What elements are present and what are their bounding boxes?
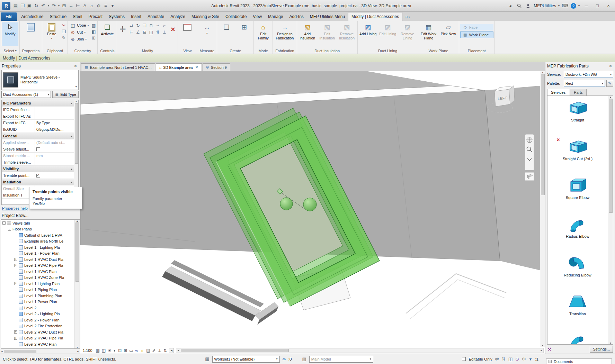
text-icon[interactable]: A (82, 2, 88, 9)
ribbon-tab[interactable]: File (1, 12, 17, 21)
pick-new-work-plane-button[interactable]: ▱ Pick New (439, 22, 458, 46)
browser-view-item[interactable]: + Level 1 HVAC Duct Pla (1, 256, 74, 263)
view-visibility-button[interactable] (179, 22, 196, 46)
copy-icon[interactable]: ❐ (142, 23, 147, 28)
corner-trim-icon[interactable]: ⌐ (161, 23, 167, 28)
paste-button[interactable]: Paste ▾ (43, 22, 60, 46)
canvas-hscrollbar[interactable]: ◄► (176, 348, 544, 353)
remove-insulation-button[interactable]: ▧ Remove Insulation (338, 22, 356, 46)
copy-to-clipboard-icon[interactable]: ❐ (61, 29, 66, 34)
ribbon-display-toggle[interactable]: ⊡▾ (404, 15, 410, 21)
show-rendering-icon[interactable]: ⊡ (118, 348, 122, 353)
undo-caret[interactable]: ▾ (47, 2, 50, 9)
trim-icon[interactable]: ⊓ (148, 23, 154, 28)
save-icon[interactable]: ▣ (26, 2, 33, 9)
create-group-button[interactable]: ⊞ (236, 22, 252, 46)
part-item[interactable]: ✕ (547, 136, 608, 175)
ribbon-tab[interactable]: Steel (70, 12, 85, 21)
keyboard-icon[interactable]: ⌨ (562, 2, 569, 9)
angle-icon[interactable]: ∠ (135, 29, 141, 35)
browser-view-item[interactable]: + Example area North Le (1, 238, 74, 245)
properties-close-icon[interactable]: ✕ (73, 64, 78, 69)
offset-icon[interactable]: ≈ (155, 23, 160, 28)
minimize-button[interactable]: ─ (582, 2, 591, 10)
aligned-dimension-icon[interactable]: ⊢ (75, 2, 81, 9)
design-to-fabrication-button[interactable]: → Design to Fabrication (275, 22, 294, 46)
part-item[interactable]: Radius Elbow (547, 213, 608, 252)
view-tab-close-icon[interactable]: ✕ (195, 65, 198, 70)
remove-lining-button[interactable]: ▨ Remove Lining (398, 22, 417, 46)
ribbon-tab[interactable]: Annotate (144, 12, 167, 21)
move-icon[interactable]: ✛ (118, 23, 127, 36)
browser-view-item[interactable]: + Callout of Level 1 HVA (1, 232, 74, 238)
parameter-row[interactable]: IfcGUID 0i5gpqzMXDu... (2, 126, 78, 133)
edit-lining-button[interactable]: ▨ Edit Lining (378, 22, 397, 46)
close-button[interactable]: × (604, 2, 613, 10)
ribbon-tab[interactable]: Systems (106, 12, 128, 21)
scale-button[interactable]: 1:100 (82, 348, 93, 353)
browser-view-item[interactable]: + Level 2 HVAC Duct Pla (1, 329, 74, 335)
worksharing-display-icon[interactable]: ⇅ (163, 348, 167, 353)
parameter-row[interactable]: Export to IFC As (2, 113, 78, 120)
ribbon-tab[interactable]: Modify | Duct Accessories (348, 12, 402, 21)
expand-box-icon[interactable]: + (14, 330, 17, 334)
ribbon-tab[interactable]: Insert (128, 12, 144, 21)
browser-vscrollbar[interactable]: ▲▼ (74, 220, 80, 348)
parameter-row[interactable]: Insulation (2, 179, 78, 185)
ribbon-tab[interactable]: Precast (85, 12, 106, 21)
parameter-row[interactable]: Applied sleev... (Default auto si... (2, 139, 78, 146)
view-tab[interactable]: Example area North Level 1 HVAC... (81, 63, 155, 71)
parameter-row[interactable]: General (2, 133, 78, 139)
user-caret-icon[interactable]: ▾ (558, 4, 560, 7)
properties-help-link[interactable]: Properties help (2, 206, 28, 210)
part-item[interactable]: Reducing Elbow (547, 252, 608, 291)
array-icon[interactable]: ⇅ (155, 29, 160, 35)
collapse-box-icon[interactable]: − (2, 221, 6, 225)
type-selector-caret-icon[interactable]: ▾ (75, 85, 77, 88)
browser-view-item[interactable]: + Level 1 Lighting Plan (1, 281, 74, 287)
user-account-button[interactable]: MEPUtilities (534, 3, 556, 8)
scroll-left-button[interactable]: ◄ (169, 348, 174, 353)
show-crop-icon[interactable]: ▭ (129, 348, 133, 353)
ribbon-tab[interactable]: Architecture (18, 12, 46, 21)
add-insulation-button[interactable]: ▧ Add Insulation (298, 22, 317, 46)
modify-button[interactable]: Modify (2, 22, 18, 46)
revit-logo-icon[interactable]: R (2, 2, 10, 10)
browser-view-item[interactable]: + Level 1 HVAC Zone Pla (1, 275, 74, 281)
view-tab[interactable]: Section 9 (203, 63, 230, 71)
parameter-checkbox[interactable] (36, 174, 40, 178)
browser-folder-floor-plans[interactable]: − Floor Plans (1, 226, 74, 233)
browser-view-item[interactable]: + Level 1 - Lighting Pla (1, 244, 74, 251)
tab-parts[interactable]: Parts (570, 89, 587, 95)
tab-services[interactable]: Services (547, 89, 569, 95)
browser-view-item[interactable]: + Level 1 HVAC Plan (1, 269, 74, 275)
ribbon-tab[interactable]: Structure (46, 12, 70, 21)
sync-icon[interactable]: ↻ (33, 2, 39, 9)
type-selector[interactable]: MEPU Square Sleeve - Horizontal ▾ (1, 70, 79, 90)
ribbon-tab[interactable]: Massing & Site (188, 12, 222, 21)
section-icon[interactable]: ⊘ (96, 2, 102, 9)
part-item[interactable]: Square Elbow (547, 175, 608, 213)
browser-view-item[interactable]: + Level 2 HVAC Plan (1, 341, 74, 347)
design-options-icon[interactable]: ▧ (302, 356, 306, 362)
crop-view-icon[interactable]: ⊞ (124, 348, 127, 353)
panel-label-properties[interactable]: Properties (21, 48, 41, 54)
view-tab[interactable]: 3D Example area ✕ (156, 63, 202, 71)
pin-icon[interactable]: ⊟ (142, 29, 147, 35)
cut-to-clipboard-icon[interactable]: ✂ (61, 22, 66, 28)
browser-view-item[interactable]: + Level 2 (1, 305, 74, 311)
measure-button[interactable]: ↔ ▾ (199, 22, 215, 46)
demolish-icon[interactable]: ◧ (91, 29, 96, 34)
parameter-row[interactable]: Sleeve adjust... (2, 146, 78, 153)
add-lining-button[interactable]: ▨ Add Lining (359, 22, 377, 46)
view-cube-face-label[interactable]: LEFT (498, 96, 507, 101)
open-icon[interactable]: ❐ (19, 2, 26, 9)
edit-work-plane-button[interactable]: ▦ Edit Work Plane (419, 22, 438, 46)
placement-face-button[interactable]: ◇ Face (460, 24, 493, 30)
category-filter-select[interactable]: Duct Accessories (1) ▾ (1, 91, 51, 98)
split-icon[interactable]: ⊢ (128, 29, 134, 35)
help-caret-icon[interactable]: ▾ (578, 4, 580, 7)
edit-type-button[interactable]: ▦ Edit Type (52, 91, 79, 98)
ribbon-tab[interactable]: MEP Utilities Menu (307, 12, 348, 21)
measure-icon[interactable]: ↔ (68, 2, 74, 9)
